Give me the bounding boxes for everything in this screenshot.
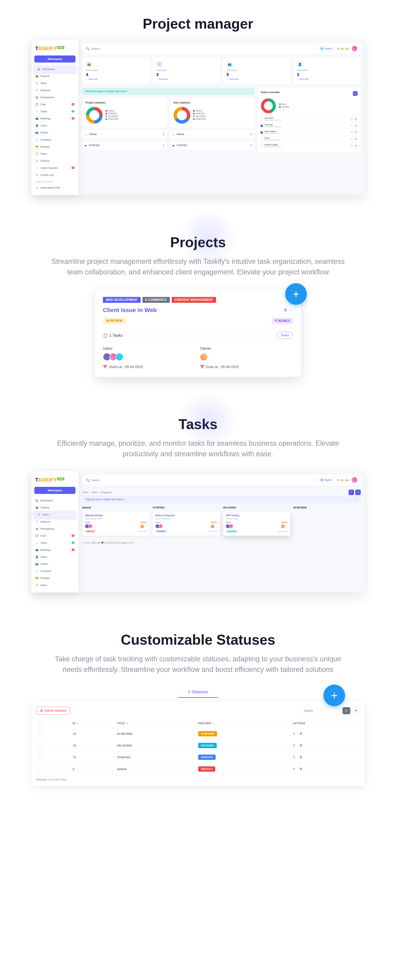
row-checkbox[interactable] [39, 732, 42, 735]
sidebar-item-finance[interactable]: $Finance [31, 157, 78, 164]
delete-icon[interactable]: 🗑 [299, 744, 302, 747]
statuses-tab[interactable]: ≡ Statuses [178, 687, 218, 698]
kanban-card[interactable]: Make it Attractive UI/UX Designing Users… [153, 511, 220, 536]
sidebar-item-workspaces[interactable]: ▦Workspaces [31, 94, 78, 101]
sidebar-item-dashboard[interactable]: 🏠Dashboard [33, 65, 76, 73]
sidebar-item-chat[interactable]: 💬Chat9 [31, 101, 78, 108]
search-box[interactable]: 🔍 [86, 47, 315, 51]
columns-toggle-button[interactable]: ▾ [352, 706, 360, 714]
sidebar-item-clients[interactable]: 👥Clients [31, 560, 78, 568]
list-view-button[interactable]: ≡ [355, 490, 361, 495]
table-header[interactable]: ACTIONS [290, 719, 360, 728]
delete-icon[interactable]: 🗑 [299, 756, 302, 759]
todo-checkbox[interactable] [261, 125, 263, 127]
project-title[interactable]: Client Issue in Web [103, 307, 157, 313]
todo-checkbox[interactable] [261, 138, 263, 140]
edit-icon[interactable]: ✎ [351, 145, 354, 147]
sidebar-item-contracts[interactable]: 📄Contracts [31, 136, 78, 143]
sidebar-item-payslips[interactable]: 💳Payslips [31, 143, 78, 150]
table-header[interactable]: TITLE⇅ [114, 719, 196, 728]
edit-icon[interactable]: ✎ [293, 767, 296, 771]
stat-link[interactable]: → View more [86, 78, 146, 80]
delete-icon[interactable]: 🗑 [355, 138, 358, 140]
delete-icon[interactable]: 🗑 [355, 145, 358, 147]
breadcrumb-item[interactable]: Tasks [92, 491, 98, 494]
table-header[interactable] [36, 719, 70, 728]
delete-icon[interactable]: 🗑 [355, 124, 358, 127]
kanban-card[interactable]: APP Testing Software App Users: Clients:… [223, 511, 291, 536]
edit-icon[interactable]: ✎ [293, 756, 296, 759]
row-checkbox[interactable] [39, 744, 42, 747]
sidebar-item-projects[interactable]: 📦Projects [31, 504, 78, 511]
status-item[interactable]: ▶ STARTED 1 [82, 141, 167, 150]
sidebar-item-users[interactable]: 👤Users [31, 122, 78, 129]
stat-link[interactable]: → View more [297, 78, 357, 80]
sidebar-item-contracts[interactable]: 📄Contracts [31, 568, 78, 574]
sidebar-item-chat[interactable]: 💬Chat9 [31, 532, 78, 539]
edit-icon[interactable]: ✎ [351, 118, 354, 121]
todo-checkbox[interactable] [261, 118, 263, 120]
edit-icon[interactable]: ✎ [351, 131, 354, 134]
search-box[interactable]: 🔍 [86, 478, 315, 482]
delete-selected-button[interactable]: 🗑 Delete selected [36, 707, 70, 714]
workspace-button[interactable]: Workspace [34, 487, 75, 494]
sidebar-item-dashboard[interactable]: 🏠Dashboard [31, 497, 78, 504]
sidebar-item-meetings[interactable]: 📹Meetings1 [31, 546, 78, 553]
sidebar-item-notes[interactable]: 📝Notes [31, 150, 78, 157]
refresh-button[interactable]: ⟳ [342, 707, 350, 714]
edit-icon[interactable]: ✎ [351, 124, 354, 127]
status-item[interactable]: ▶ STARTED 1 [170, 141, 254, 150]
sidebar-item-statuses[interactable]: ≡Statuses [31, 518, 78, 525]
status-item[interactable]: ⬚ Default 1 [170, 130, 254, 138]
sidebar-item-clients[interactable]: 👥Clients [31, 129, 78, 136]
select-all-checkbox[interactable] [39, 721, 42, 724]
delete-icon[interactable]: 🗑 [299, 732, 302, 736]
close-icon[interactable]: × [356, 498, 358, 501]
delete-icon[interactable]: 🗑 [299, 767, 302, 771]
sidebar-item-tasks[interactable]: ☑Tasks [31, 80, 78, 87]
edit-icon[interactable]: ✎ [293, 744, 296, 747]
add-status-fab[interactable]: + [323, 685, 345, 706]
sidebar-item-meetings[interactable]: 📹Meetings1 [31, 115, 78, 122]
gear-icon[interactable]: ⚙ [284, 308, 287, 312]
language-button[interactable]: 🌐 English [318, 46, 334, 51]
sidebar-item-statuses[interactable]: ≡Statuses [31, 87, 78, 94]
row-checkbox[interactable] [39, 767, 42, 770]
avatar[interactable] [352, 477, 357, 483]
tasks-button[interactable]: Tasks [277, 332, 293, 339]
sidebar-item-activity-log[interactable]: ⟳Activity Log [31, 171, 78, 178]
language-button[interactable]: 🌐 English [318, 477, 334, 483]
add-button[interactable]: + [348, 490, 354, 495]
sidebar-item-todos[interactable]: ✓Todos3 [31, 539, 78, 546]
search-input[interactable] [91, 47, 315, 50]
table-header[interactable]: PREVIEW⇅ [196, 719, 290, 728]
avatar[interactable] [352, 46, 357, 51]
sidebar-item-subscription-plan[interactable]: ▭Subscription Plan [31, 184, 78, 191]
sidebar-item-notes[interactable]: 📝Notes [31, 582, 78, 589]
delete-icon[interactable]: 🗑 [355, 131, 358, 134]
row-checkbox[interactable] [39, 756, 42, 759]
star-icon[interactable]: ☆ [289, 308, 293, 312]
sidebar-item-tasks[interactable]: ☑Tasks [33, 511, 76, 518]
sidebar-item-leave-requests[interactable]: →Leave requests1 [31, 164, 78, 171]
breadcrumb-item[interactable]: Draggable [101, 491, 112, 494]
sidebar-item-todos[interactable]: ✓Todos3 [31, 108, 78, 115]
table-header[interactable]: ID⇅ [70, 719, 114, 728]
table-search-input[interactable] [301, 707, 340, 714]
add-project-fab[interactable]: + [285, 283, 307, 305]
stat-link[interactable]: → View more [156, 78, 216, 80]
breadcrumb-item[interactable]: Home [82, 491, 89, 494]
edit-icon[interactable]: ✎ [293, 732, 296, 736]
sidebar-item-projects[interactable]: 📦Projects [31, 73, 78, 80]
workspace-button[interactable]: Workspace [34, 56, 75, 62]
stat-link[interactable]: → View more [227, 78, 287, 80]
todo-checkbox[interactable] [261, 145, 263, 147]
add-todo-button[interactable]: + [353, 91, 358, 96]
kanban-card[interactable]: Website Review Client Issue in Web Users… [82, 511, 150, 536]
delete-icon[interactable]: 🗑 [355, 118, 358, 121]
status-item[interactable]: ⬚ Default 1 [82, 130, 167, 138]
sidebar-item-users[interactable]: 👤Users [31, 553, 78, 560]
edit-icon[interactable]: ✎ [351, 138, 354, 140]
search-input[interactable] [91, 479, 315, 482]
sidebar-item-payslips[interactable]: 💳Payslips [31, 574, 78, 582]
